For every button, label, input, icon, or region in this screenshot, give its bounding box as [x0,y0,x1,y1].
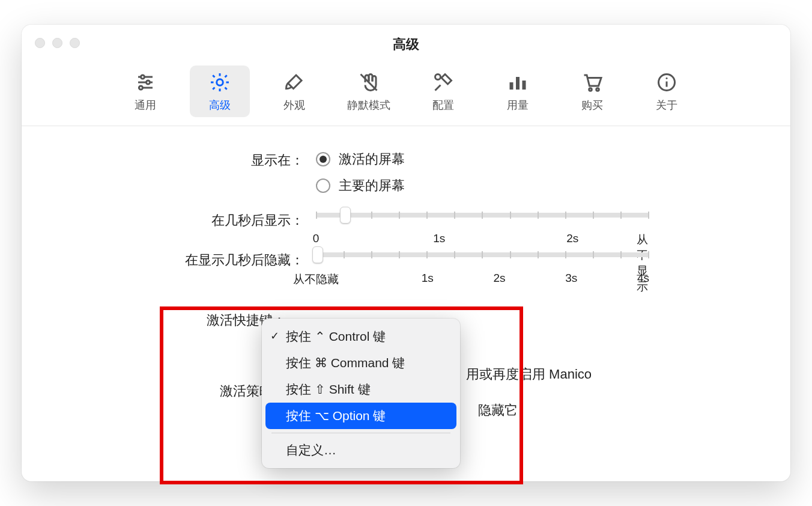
tab-about[interactable]: 关于 [637,66,697,117]
tab-usage[interactable]: 用量 [488,66,548,117]
tab-general[interactable]: 通用 [115,66,175,117]
menu-item-option[interactable]: 按住 ⌥ Option 键 [265,403,456,429]
slider-thumb[interactable] [312,246,323,263]
paintbrush-icon [283,70,305,94]
svg-point-6 [217,79,223,86]
radio-active-screen[interactable]: 激活的屏幕 [316,150,742,168]
hotkey-dropdown-menu: ✓ 按住 ⌃ Control 键 按住 ⌘ Command 键 按住 ⇧ Shi… [262,319,460,468]
tab-advanced[interactable]: 高级 [190,66,250,117]
svg-rect-10 [516,77,520,90]
info-icon [656,70,677,94]
show-after-slider[interactable] [316,213,649,218]
zoom-window-button[interactable] [70,38,80,48]
menu-separator [271,433,450,433]
svg-point-13 [596,88,599,91]
tab-quiet-mode[interactable]: 静默模式 [339,66,399,117]
tab-config[interactable]: 配置 [413,66,473,117]
radio-icon [316,152,330,166]
hide-after-label: 在显示几秒后隐藏： [70,250,316,269]
display-on-label: 显示在： [70,150,316,169]
svg-point-4 [147,81,150,84]
minimize-window-button[interactable] [52,38,62,48]
hand-off-icon [358,70,380,94]
checkmark-icon: ✓ [270,329,279,343]
cart-icon [581,70,603,94]
svg-rect-11 [523,81,526,90]
content-area: 显示在： 激活的屏幕 主要的屏幕 在几秒后显示： [22,126,790,400]
window-controls [35,38,80,48]
svg-point-5 [139,86,143,90]
partial-text-reenable: 用或再度启用 Manico [466,365,592,383]
radio-main-screen[interactable]: 主要的屏幕 [316,177,742,195]
tab-appearance[interactable]: 外观 [264,66,324,117]
hide-after-slider[interactable] [316,252,649,257]
partial-text-hide: 隐藏它 [478,401,518,419]
svg-point-3 [141,75,145,79]
bar-chart-icon [507,70,529,94]
radio-icon [316,178,330,193]
svg-rect-9 [510,82,514,90]
window-title: 高级 [22,25,790,53]
menu-item-custom[interactable]: 自定义… [265,437,456,463]
gear-icon [209,70,231,94]
close-window-button[interactable] [35,38,45,48]
svg-point-16 [666,78,668,79]
preferences-toolbar: 通用 高级 外观 静默模式 配置 [22,66,790,126]
menu-item-shift[interactable]: 按住 ⇧ Shift 键 [265,376,456,403]
svg-point-8 [435,75,441,80]
show-after-label: 在几秒后显示： [70,210,316,230]
svg-point-12 [589,88,592,91]
tools-icon [432,70,454,94]
menu-item-command[interactable]: 按住 ⌘ Command 键 [265,350,456,376]
preferences-window: 高级 通用 高级 外观 静默模式 [22,25,790,481]
menu-item-control[interactable]: ✓ 按住 ⌃ Control 键 [265,323,456,350]
tab-purchase[interactable]: 购买 [562,66,622,117]
slider-thumb[interactable] [340,207,351,224]
sliders-icon [135,70,156,94]
